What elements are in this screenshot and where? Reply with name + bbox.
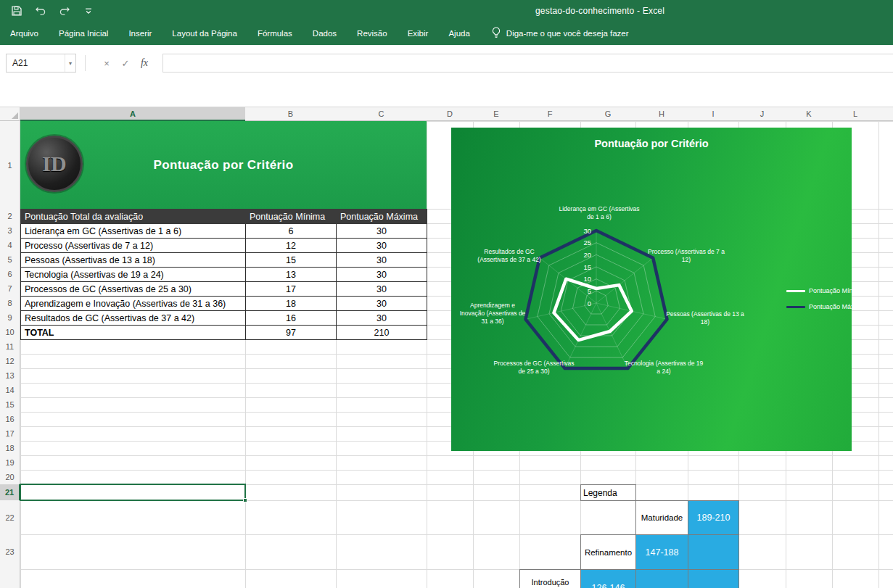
row-header-13[interactable]: 13 — [0, 368, 20, 384]
ribbon-tab-página-inicial[interactable]: Página Inicial — [59, 22, 108, 45]
row-header-4[interactable]: 4 — [0, 238, 20, 253]
score-cell[interactable]: 30 — [337, 253, 427, 268]
row-header-14[interactable]: 14 — [0, 383, 20, 398]
criterion-cell[interactable]: Processo (Assertivas de 7 a 12) — [21, 239, 246, 253]
undo-icon[interactable] — [34, 4, 47, 17]
name-box-dropdown-icon[interactable]: ▾ — [65, 54, 75, 72]
column-header-G[interactable]: G — [580, 107, 636, 121]
criterion-cell[interactable]: Pessoas (Assertivas de 13 a 18) — [21, 253, 246, 268]
redo-icon[interactable] — [58, 4, 71, 17]
radar-chart[interactable]: Pontuação por Critério 051015202530 Lide… — [451, 128, 852, 451]
row-header-10[interactable]: 10 — [0, 325, 20, 340]
criterion-cell[interactable]: Aprendizagem e Inovação (Assertivas de 3… — [21, 297, 246, 311]
row-header-12[interactable]: 12 — [0, 354, 20, 369]
legend-level-label[interactable]: Introdução (Expansão) — [519, 569, 581, 588]
score-cell[interactable]: 16 — [246, 311, 337, 326]
criterion-cell[interactable]: Processos de GC (Assertivas de 25 a 30) — [21, 282, 246, 297]
name-box[interactable]: A21 ▾ — [6, 54, 76, 73]
legend-empty-cell[interactable] — [688, 569, 739, 588]
column-header-L[interactable]: L — [832, 107, 879, 121]
row-header-20[interactable]: 20 — [0, 470, 20, 485]
ribbon-tab-exibir[interactable]: Exibir — [408, 22, 429, 45]
criterion-cell[interactable]: Resultados de GC (Assertivas de 37 a 42) — [21, 311, 246, 326]
column-header-K[interactable]: K — [786, 107, 833, 121]
score-cell[interactable]: 17 — [246, 282, 337, 297]
row-header-7[interactable]: 7 — [0, 281, 20, 297]
legend-level-label[interactable]: Refinamento — [580, 534, 636, 570]
save-icon[interactable] — [10, 4, 23, 17]
score-cell[interactable]: 12 — [246, 239, 337, 253]
customize-toolbar-icon[interactable] — [82, 4, 95, 17]
cancel-icon[interactable]: × — [97, 54, 116, 73]
column-header-J[interactable]: J — [738, 107, 786, 121]
row-header-5[interactable]: 5 — [0, 252, 20, 268]
header-min[interactable]: Pontuação Mínima — [246, 210, 337, 224]
legend-level-range[interactable]: 147-188 — [635, 534, 688, 570]
legend-item-min[interactable]: Pontuação Mínima — [786, 287, 852, 294]
row-header-partial[interactable] — [0, 569, 20, 588]
column-header-E[interactable]: E — [473, 107, 520, 121]
enter-icon[interactable]: ✓ — [116, 54, 135, 73]
row-header-23[interactable]: 23 — [0, 534, 20, 570]
column-header-I[interactable]: I — [688, 107, 739, 121]
criterion-cell[interactable]: TOTAL — [21, 326, 246, 340]
score-cell[interactable]: 6 — [246, 224, 337, 239]
score-cell[interactable]: 18 — [246, 297, 337, 311]
header-criteria[interactable]: Pontuação Total da avaliação — [21, 210, 246, 224]
score-cell[interactable]: 210 — [337, 326, 427, 340]
header-max[interactable]: Pontuação Máxima — [337, 210, 427, 224]
legend-table-title[interactable]: Legenda — [580, 484, 636, 501]
column-header-C[interactable]: C — [336, 107, 427, 121]
score-cell[interactable]: 30 — [337, 239, 427, 253]
column-header-D[interactable]: D — [427, 107, 474, 121]
ribbon-tab-dados[interactable]: Dados — [313, 22, 337, 45]
legend-level-range[interactable]: 126-146 — [580, 569, 636, 588]
ribbon-tab-layout-da-página[interactable]: Layout da Página — [172, 22, 237, 45]
ribbon-tab-ajuda[interactable]: Ajuda — [448, 22, 469, 45]
tell-me-box[interactable]: Diga-me o que você deseja fazer — [492, 22, 629, 45]
score-cell[interactable]: 30 — [337, 224, 427, 239]
row-header-9[interactable]: 9 — [0, 310, 20, 326]
score-cell[interactable]: 15 — [246, 253, 337, 268]
column-header-partial[interactable] — [878, 107, 893, 121]
row-header-8[interactable]: 8 — [0, 296, 20, 311]
row-header-1[interactable]: 1 — [0, 121, 20, 210]
row-header-17[interactable]: 17 — [0, 426, 20, 442]
legend-level-range[interactable]: 189-210 — [688, 500, 739, 535]
formula-input[interactable] — [162, 54, 893, 73]
selected-cell-a21[interactable] — [20, 484, 246, 501]
ribbon-tab-inserir[interactable]: Inserir — [128, 22, 152, 45]
ribbon-tab-fórmulas[interactable]: Fórmulas — [258, 22, 292, 45]
score-cell[interactable]: 30 — [337, 297, 427, 311]
score-cell[interactable]: 13 — [246, 268, 337, 282]
legend-empty-cell[interactable] — [688, 534, 739, 570]
legend-empty-cell[interactable] — [635, 569, 688, 588]
row-header-15[interactable]: 15 — [0, 397, 20, 413]
row-header-2[interactable]: 2 — [0, 209, 20, 224]
row-header-6[interactable]: 6 — [0, 267, 20, 282]
score-cell[interactable]: 97 — [246, 326, 337, 340]
legend-level-label[interactable]: Maturidade — [635, 500, 688, 535]
criterion-cell[interactable]: Liderança em GC (Assertivas de 1 a 6) — [21, 224, 246, 239]
row-header-22[interactable]: 22 — [0, 500, 20, 535]
row-header-11[interactable]: 11 — [0, 339, 20, 355]
row-header-19[interactable]: 19 — [0, 455, 20, 471]
row-header-3[interactable]: 3 — [0, 223, 20, 239]
column-header-B[interactable]: B — [245, 107, 337, 121]
row-header-16[interactable]: 16 — [0, 412, 20, 427]
select-all-corner[interactable] — [0, 107, 20, 121]
criterion-cell[interactable]: Tecnologia (Assertivas de 19 a 24) — [21, 268, 246, 282]
column-header-F[interactable]: F — [519, 107, 581, 121]
row-header-18[interactable]: 18 — [0, 441, 20, 456]
fill-handle[interactable] — [243, 498, 247, 502]
score-cell[interactable]: 30 — [337, 311, 427, 326]
column-header-A[interactable]: A — [20, 107, 246, 121]
ribbon-tab-arquivo[interactable]: Arquivo — [10, 22, 38, 45]
score-cell[interactable]: 30 — [337, 268, 427, 282]
ribbon-tab-revisão[interactable]: Revisão — [357, 22, 387, 45]
row-header-21[interactable]: 21 — [0, 484, 20, 501]
column-header-H[interactable]: H — [635, 107, 688, 121]
score-cell[interactable]: 30 — [337, 282, 427, 297]
legend-item-max[interactable]: Pontuação Máxima — [786, 303, 852, 310]
insert-function-icon[interactable]: fx — [135, 54, 154, 73]
